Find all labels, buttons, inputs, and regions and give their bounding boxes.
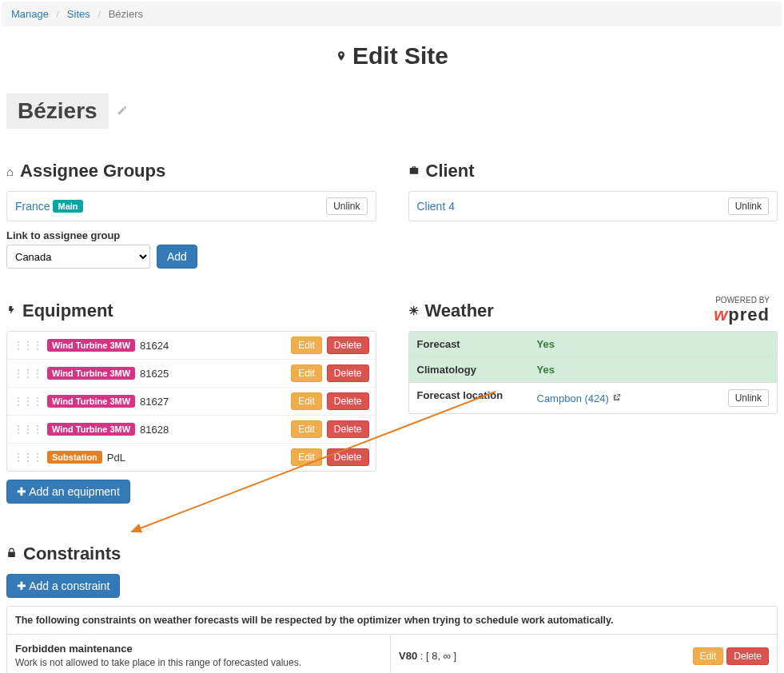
- breadcrumb-current: Béziers: [109, 8, 143, 20]
- weather-brand: POWERED BY wpred: [714, 296, 770, 325]
- constraint-title: Forbidden maintenance: [15, 643, 382, 655]
- weather-value-climatology: Yes: [537, 364, 555, 376]
- equipment-row: ⋮⋮⋮ Wind Turbine 3MW 81627 Edit Delete: [7, 388, 376, 416]
- drag-handle-icon[interactable]: ⋮⋮⋮: [14, 396, 42, 407]
- link-assignee-label: Link to assignee group: [6, 229, 376, 241]
- home-icon: ⌂: [6, 165, 14, 178]
- equipment-type-badge: Wind Turbine 3MW: [47, 423, 135, 436]
- external-link-icon[interactable]: [612, 393, 621, 404]
- page-title: Edit Site: [0, 42, 784, 70]
- delete-equipment-button[interactable]: Delete: [327, 392, 369, 410]
- breadcrumb-manage[interactable]: Manage: [11, 8, 49, 20]
- weather-label-location: Forecast location: [409, 383, 529, 413]
- equipment-row: ⋮⋮⋮ Wind Turbine 3MW 81624 Edit Delete: [7, 332, 376, 360]
- assignee-link-france[interactable]: France: [15, 200, 50, 213]
- delete-equipment-button[interactable]: Delete: [327, 448, 369, 466]
- equipment-id: 81625: [140, 368, 169, 380]
- edit-equipment-button[interactable]: Edit: [291, 392, 322, 410]
- breadcrumb: Manage / Sites / Béziers: [2, 2, 782, 26]
- badge-main: Main: [53, 200, 82, 213]
- client-link[interactable]: Client 4: [417, 200, 455, 213]
- section-assignee-groups: ⌂ Assignee Groups: [6, 161, 376, 181]
- plus-icon: ✚: [17, 579, 29, 592]
- weather-table: Forecast Yes Climatology Yes Forecast lo…: [408, 331, 778, 414]
- equipment-type-badge: Wind Turbine 3MW: [47, 395, 135, 408]
- equipment-list: ⋮⋮⋮ Wind Turbine 3MW 81624 Edit Delete ⋮…: [6, 331, 376, 472]
- forecast-location-link[interactable]: Campbon (424): [537, 392, 609, 404]
- equipment-row: ⋮⋮⋮ Substation PdL Edit Delete: [7, 444, 376, 471]
- equipment-row: ⋮⋮⋮ Wind Turbine 3MW 81628 Edit Delete: [7, 416, 376, 444]
- add-constraint-button[interactable]: ✚ Add a constraint: [6, 574, 120, 598]
- edit-equipment-button[interactable]: Edit: [291, 336, 322, 354]
- plus-icon: ✚: [17, 485, 29, 498]
- delete-constraint-button[interactable]: Delete: [726, 647, 769, 665]
- edit-equipment-button[interactable]: Edit: [291, 448, 322, 466]
- constraint-desc: Work is not allowed to take place in thi…: [15, 656, 382, 670]
- drag-handle-icon[interactable]: ⋮⋮⋮: [14, 340, 42, 351]
- weather-label-forecast: Forecast: [409, 332, 529, 356]
- assignee-select[interactable]: Canada: [6, 245, 150, 269]
- equipment-row: ⋮⋮⋮ Wind Turbine 3MW 81625 Edit Delete: [7, 360, 376, 388]
- section-constraints: Constraints: [6, 544, 778, 564]
- equipment-id: 81628: [140, 424, 169, 436]
- equipment-id: PdL: [107, 452, 125, 464]
- delete-equipment-button[interactable]: Delete: [327, 364, 369, 382]
- constraint-value: V80 : [ 8, ∞ ]: [399, 650, 456, 662]
- drag-handle-icon[interactable]: ⋮⋮⋮: [14, 424, 42, 435]
- constraints-intro: The following constraints on weather for…: [15, 615, 769, 626]
- weather-value-forecast: Yes: [537, 338, 555, 350]
- equipment-id: 81624: [140, 340, 169, 352]
- edit-name-icon[interactable]: [117, 105, 128, 118]
- site-name: Béziers: [6, 94, 109, 129]
- lock-icon: [6, 547, 17, 561]
- delete-equipment-button[interactable]: Delete: [327, 336, 369, 354]
- edit-equipment-button[interactable]: Edit: [291, 420, 322, 438]
- breadcrumb-sep: /: [93, 8, 105, 20]
- drag-handle-icon[interactable]: ⋮⋮⋮: [14, 368, 42, 379]
- weather-label-climatology: Climatology: [409, 357, 529, 382]
- add-assignee-button[interactable]: Add: [157, 245, 197, 269]
- edit-constraint-button[interactable]: Edit: [693, 647, 724, 665]
- unlink-client-button[interactable]: Unlink: [728, 197, 769, 215]
- edit-equipment-button[interactable]: Edit: [291, 364, 322, 382]
- unlink-weather-button[interactable]: Unlink: [728, 389, 769, 407]
- delete-equipment-button[interactable]: Delete: [327, 420, 369, 438]
- page-title-text: Edit Site: [352, 42, 448, 69]
- section-client: Client: [408, 161, 778, 181]
- equipment-type-badge: Wind Turbine 3MW: [47, 339, 135, 352]
- equipment-type-badge: Substation: [47, 451, 102, 464]
- equipment-id: 81627: [140, 396, 169, 408]
- drag-handle-icon[interactable]: ⋮⋮⋮: [14, 452, 42, 463]
- equipment-type-badge: Wind Turbine 3MW: [47, 367, 135, 380]
- section-equipment: Equipment: [6, 301, 376, 321]
- unlink-assignee-button[interactable]: Unlink: [326, 197, 367, 215]
- breadcrumb-sep: /: [52, 8, 65, 20]
- sun-icon: ☀: [408, 304, 419, 318]
- map-pin-icon: [336, 50, 351, 66]
- add-equipment-button[interactable]: ✚ Add an equipment: [6, 480, 130, 504]
- breadcrumb-sites[interactable]: Sites: [67, 8, 90, 20]
- briefcase-icon: [408, 165, 420, 178]
- bolt-icon: [6, 304, 16, 319]
